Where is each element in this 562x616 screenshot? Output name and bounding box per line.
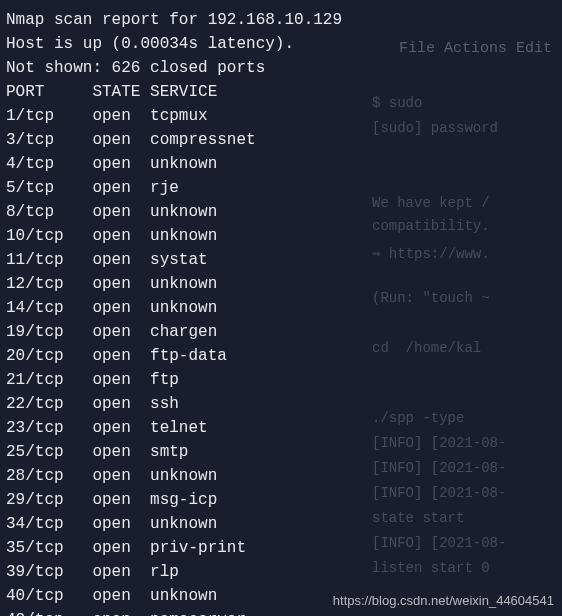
port-row: 3/tcp open compressnet	[6, 128, 556, 152]
port-row: 11/tcp open systat	[6, 248, 556, 272]
port-row: 39/tcp open rlp	[6, 560, 556, 584]
port-row: 20/tcp open ftp-data	[6, 344, 556, 368]
port-row: 25/tcp open smtp	[6, 440, 556, 464]
port-row: 35/tcp open priv-print	[6, 536, 556, 560]
port-table-header: PORT STATE SERVICE	[6, 80, 556, 104]
port-row: 10/tcp open unknown	[6, 224, 556, 248]
watermark-text: https://blog.csdn.net/weixin_44604541	[333, 593, 554, 608]
port-row: 8/tcp open unknown	[6, 200, 556, 224]
port-row: 28/tcp open unknown	[6, 464, 556, 488]
port-row: 21/tcp open ftp	[6, 368, 556, 392]
port-row: 22/tcp open ssh	[6, 392, 556, 416]
scan-report-line: Nmap scan report for 192.168.10.129	[6, 8, 556, 32]
host-status-line: Host is up (0.00034s latency).	[6, 32, 556, 56]
port-row: 29/tcp open msg-icp	[6, 488, 556, 512]
port-row: 5/tcp open rje	[6, 176, 556, 200]
port-row: 42/tcp open nameserver	[6, 608, 556, 616]
port-row: 14/tcp open unknown	[6, 296, 556, 320]
port-row: 19/tcp open chargen	[6, 320, 556, 344]
port-row: 1/tcp open tcpmux	[6, 104, 556, 128]
port-row: 34/tcp open unknown	[6, 512, 556, 536]
port-row: 12/tcp open unknown	[6, 272, 556, 296]
port-row: 23/tcp open telnet	[6, 416, 556, 440]
not-shown-line: Not shown: 626 closed ports	[6, 56, 556, 80]
terminal-output: Nmap scan report for 192.168.10.129 Host…	[0, 0, 562, 616]
port-row: 4/tcp open unknown	[6, 152, 556, 176]
